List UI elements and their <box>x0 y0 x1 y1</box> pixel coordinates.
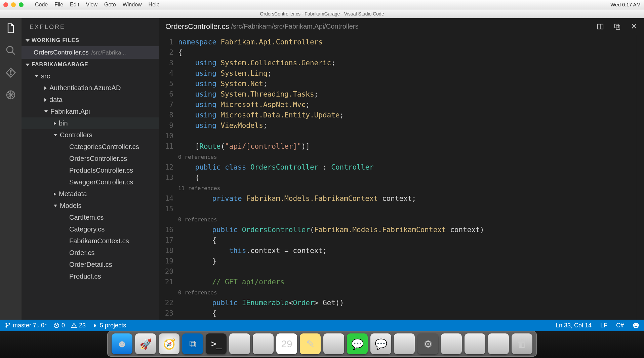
explorer-icon[interactable] <box>5 22 17 34</box>
code-line[interactable]: private Fabrikam.Models.FabrikamContext … <box>178 193 527 204</box>
dock-settings-icon[interactable]: ⚙ <box>417 333 438 354</box>
code-line[interactable]: { <box>178 308 527 319</box>
project-header[interactable]: FABRIKAMGARAGE <box>22 59 159 70</box>
dock-calendar-icon[interactable]: 29 <box>276 333 297 354</box>
more-actions-icon[interactable] <box>613 23 621 31</box>
mac-menu-view[interactable]: View <box>83 2 101 8</box>
folder-item-controllers[interactable]: Controllers <box>22 129 159 141</box>
mac-menu-goto[interactable]: Goto <box>101 2 119 8</box>
code-line[interactable]: namespace Fabrikam.Api.Controllers <box>178 37 527 47</box>
dock-notes-icon[interactable]: ✎ <box>300 333 321 354</box>
dock-messages-icon[interactable]: 💬 <box>347 333 368 354</box>
file-item-order-cs[interactable]: Order.cs <box>22 247 159 259</box>
mac-menu-window[interactable]: Window <box>119 2 145 8</box>
dock-app5-icon[interactable] <box>441 333 462 354</box>
working-file-name: OrdersController.cs <box>34 49 89 56</box>
folder-item-bin[interactable]: bin <box>22 117 159 129</box>
close-editor-icon[interactable]: ✕ <box>630 23 638 31</box>
feedback-icon[interactable] <box>633 322 639 329</box>
dock-app6-icon[interactable] <box>465 333 485 354</box>
mac-menu-code[interactable]: Code <box>32 2 51 8</box>
file-item-cartitem-cs[interactable]: CartItem.cs <box>22 212 159 223</box>
code-editor[interactable]: 1234567891011 1213 1415 161718192021 222… <box>159 35 644 320</box>
working-file-item[interactable]: OrdersController.cs /src/Fabrika... <box>22 46 159 59</box>
codelens[interactable]: 0 references <box>178 214 527 225</box>
code-line[interactable]: { <box>178 173 527 183</box>
code-line[interactable]: using System.Net; <box>178 79 527 89</box>
folder-item-src[interactable]: src <box>22 70 159 82</box>
dock-trash-icon[interactable]: 🗑 <box>512 333 532 354</box>
dock-terminal-icon[interactable]: >_ <box>206 333 227 354</box>
eol-indicator[interactable]: LF <box>600 322 607 329</box>
git-branch-status[interactable]: master 7↓ 0↑ <box>5 322 47 329</box>
code-line[interactable]: using Microsoft.AspNet.Mvc; <box>178 100 527 110</box>
code-line[interactable]: return this.context.Orders.Select(o => O… <box>178 319 527 320</box>
folder-item-models[interactable]: Models <box>22 200 159 212</box>
tree-item-label: Metadata <box>59 190 87 198</box>
split-editor-icon[interactable] <box>596 23 604 31</box>
debug-icon[interactable] <box>5 89 17 101</box>
warnings-status[interactable]: 23 <box>71 322 86 329</box>
folder-item-authentication-azuread[interactable]: Authentication.AzureAD <box>22 82 159 94</box>
code-line[interactable]: using System.Collections.Generic; <box>178 58 527 68</box>
codelens[interactable]: 0 references <box>178 287 527 298</box>
errors-status[interactable]: 0 <box>53 322 65 329</box>
close-window-icon[interactable] <box>3 2 8 7</box>
minimize-window-icon[interactable] <box>11 2 16 7</box>
code-line[interactable] <box>178 204 527 214</box>
language-indicator[interactable]: C# <box>616 322 624 329</box>
app-titlebar: OrdersController.cs - FabrikamGarage - V… <box>0 9 644 18</box>
code-line[interactable]: using System.Threading.Tasks; <box>178 89 527 100</box>
dock-vscode-icon[interactable]: ⧉ <box>182 333 203 354</box>
mac-menu-file[interactable]: File <box>51 2 67 8</box>
search-icon[interactable] <box>5 44 17 57</box>
file-item-orderdetail-cs[interactable]: OrderDetail.cs <box>22 259 159 271</box>
code-line[interactable]: public IEnumerable<Order> Get() <box>178 298 527 308</box>
codelens[interactable]: 0 references <box>178 152 527 162</box>
code-line[interactable]: this.context = context; <box>178 246 527 256</box>
mac-menu-help[interactable]: Help <box>145 2 163 8</box>
mac-menu-edit[interactable]: Edit <box>67 2 83 8</box>
dock-app1-icon[interactable] <box>229 333 250 354</box>
projects-status[interactable]: 5 projects <box>92 322 126 329</box>
dock-app3-icon[interactable] <box>323 333 344 354</box>
code-line[interactable]: // GET api/orders <box>178 277 527 287</box>
dock-finder-icon[interactable]: ☻ <box>112 333 132 354</box>
file-item-product-cs[interactable]: Product.cs <box>22 271 159 282</box>
file-item-orderscontroller-cs[interactable]: OrdersController.cs <box>22 153 159 165</box>
code-line[interactable]: [Route("api/[controller]")] <box>178 141 527 152</box>
folder-item-fabrikam-api[interactable]: Fabrikam.Api <box>22 106 159 117</box>
code-line[interactable]: using Microsoft.Data.Entity.Update; <box>178 110 527 120</box>
window-controls[interactable] <box>3 2 24 7</box>
git-icon[interactable] <box>5 67 17 79</box>
dock-app7-icon[interactable] <box>488 333 509 354</box>
file-item-category-cs[interactable]: Category.cs <box>22 223 159 235</box>
code-line[interactable]: using System.Linq; <box>178 68 527 79</box>
dock-app4-icon[interactable] <box>394 333 415 354</box>
chevron-right-icon <box>54 192 56 196</box>
code-line[interactable] <box>178 131 527 141</box>
code-line[interactable]: { <box>178 47 527 58</box>
code-line[interactable]: { <box>178 235 527 246</box>
dock-safari-icon[interactable]: 🧭 <box>159 333 179 354</box>
code-line[interactable]: public class OrdersController : Controll… <box>178 162 527 173</box>
dock-launchpad-icon[interactable]: 🚀 <box>135 333 156 354</box>
file-item-fabrikamcontext-cs[interactable]: FabrikamContext.cs <box>22 235 159 247</box>
code-line[interactable]: } <box>178 256 527 266</box>
maximize-window-icon[interactable] <box>19 2 24 7</box>
working-files-header[interactable]: WORKING FILES <box>22 35 159 46</box>
folder-item-data[interactable]: data <box>22 94 159 106</box>
dock-app2-icon[interactable] <box>253 333 274 354</box>
code-line[interactable] <box>178 266 527 277</box>
editor-area: OrdersController.cs /src/Fabrikam/src/Fa… <box>159 18 644 320</box>
codelens[interactable]: 11 references <box>178 183 527 193</box>
code-line[interactable]: public OrdersController(Fabrikam.Models.… <box>178 225 527 235</box>
file-item-swaggercontroller-cs[interactable]: SwaggerController.cs <box>22 176 159 188</box>
file-item-productscontroller-cs[interactable]: ProductsController.cs <box>22 165 159 176</box>
cursor-position[interactable]: Ln 33, Col 14 <box>556 322 592 329</box>
folder-item-metadata[interactable]: Metadata <box>22 188 159 200</box>
minimap[interactable] <box>636 35 644 320</box>
dock-messages2-icon[interactable]: 💬 <box>370 333 391 354</box>
code-line[interactable]: using ViewModels; <box>178 120 527 131</box>
file-item-categoriescontroller-cs[interactable]: CategoriesController.cs <box>22 141 159 153</box>
